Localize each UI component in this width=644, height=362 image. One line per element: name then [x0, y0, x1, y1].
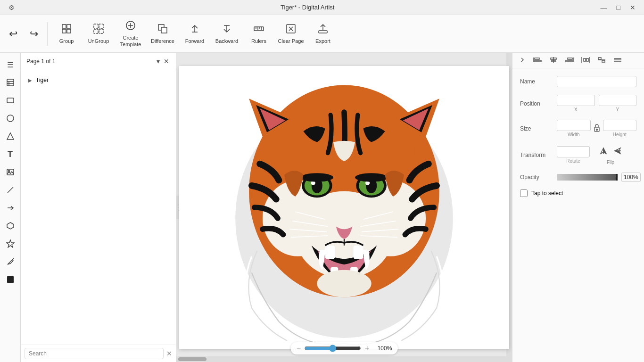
tab-distribute-v[interactable] [594, 55, 609, 66]
svg-rect-76 [535, 58, 539, 59]
size-group: Width Height [557, 120, 636, 137]
redo-button[interactable]: ↪ [25, 18, 43, 50]
circle-tool[interactable] [2, 110, 18, 126]
group-button[interactable]: Group [51, 18, 82, 50]
svg-rect-7 [99, 29, 103, 33]
tab-align-right[interactable] [562, 55, 577, 66]
layer-item-label: Tiger [36, 77, 49, 83]
rotate-input[interactable] [557, 146, 590, 157]
clear-page-button[interactable]: Clear Page [276, 18, 306, 50]
export-label: Export [315, 38, 330, 44]
y-input[interactable] [599, 95, 637, 106]
text-tool[interactable]: T [2, 146, 18, 162]
svg-rect-0 [62, 25, 66, 28]
close-button[interactable]: ✕ [627, 3, 638, 12]
tap-to-select-checkbox[interactable] [520, 189, 528, 197]
forward-label: Forward [185, 38, 204, 44]
opacity-label: Opacity [520, 174, 553, 181]
arrow-tool[interactable] [2, 200, 18, 216]
svg-rect-24 [7, 79, 14, 86]
tab-expand[interactable] [516, 55, 528, 66]
layer-list: ▶ Tiger [21, 70, 176, 345]
tab-align-center[interactable] [546, 55, 561, 66]
fill-tool[interactable] [2, 272, 18, 288]
difference-button[interactable]: Difference [148, 18, 178, 50]
tab-more[interactable] [611, 55, 625, 66]
name-input[interactable] [557, 76, 636, 87]
ungroup-label: UnGroup [88, 38, 109, 44]
opacity-group: 100% [557, 173, 641, 182]
ungroup-button[interactable]: UnGroup [83, 18, 114, 50]
search-input[interactable] [25, 348, 164, 359]
layers-button[interactable] [2, 74, 18, 90]
x-input[interactable] [557, 95, 595, 106]
zoom-slider[interactable] [305, 345, 361, 352]
tools-sidebar: ☰ T [0, 53, 21, 362]
lock-aspect-button[interactable] [594, 123, 600, 133]
tab-align-left[interactable] [530, 55, 545, 66]
svg-rect-2 [62, 29, 66, 33]
star-tool[interactable] [2, 236, 18, 252]
svg-line-37 [12, 258, 14, 260]
polygon-tool[interactable] [2, 218, 18, 234]
tab-distribute-h[interactable] [578, 55, 593, 66]
scrollbar-thumb[interactable] [178, 357, 206, 361]
maximize-button[interactable]: □ [614, 3, 623, 12]
zoom-controls: − + 100% [291, 342, 398, 354]
layer-expand-icon: ▶ [28, 78, 32, 83]
position-group: X Y [557, 95, 636, 112]
svg-rect-82 [568, 58, 572, 59]
svg-rect-31 [7, 169, 14, 175]
tap-to-select-row: Tap to select [520, 189, 636, 197]
height-wrap: Height [603, 120, 637, 137]
svg-rect-87 [586, 58, 588, 61]
undo-button[interactable]: ↩ [4, 18, 23, 50]
clear-page-label: Clear Page [278, 38, 304, 44]
layer-header-close-button[interactable]: ✕ [163, 57, 170, 66]
rulers-button[interactable]: Rulers [244, 18, 274, 50]
group-icon [61, 23, 72, 36]
svg-marker-35 [7, 222, 14, 229]
forward-button[interactable]: Forward [180, 18, 210, 50]
svg-rect-1 [67, 25, 71, 28]
layer-header-down-button[interactable]: ▾ [156, 57, 161, 66]
zoom-out-button[interactable]: − [297, 344, 301, 353]
minimize-button[interactable]: — [598, 3, 610, 12]
svg-rect-12 [161, 27, 167, 33]
width-input[interactable] [557, 120, 591, 131]
svg-line-33 [8, 187, 13, 193]
flip-h-button[interactable] [597, 145, 610, 159]
height-label: Height [613, 132, 627, 137]
flip-v-button[interactable] [611, 145, 624, 159]
svg-point-54 [355, 173, 388, 181]
image-tool[interactable] [2, 164, 18, 180]
horizontal-scrollbar[interactable] [176, 356, 506, 362]
opacity-slider[interactable] [557, 174, 618, 181]
svg-rect-89 [598, 58, 601, 59]
backward-button[interactable]: Backward [212, 18, 242, 50]
line-tool[interactable] [2, 182, 18, 198]
search-clear-button[interactable]: ✕ [166, 350, 172, 357]
hamburger-button[interactable]: ☰ [2, 57, 18, 73]
list-item[interactable]: ▶ Tiger [25, 74, 172, 86]
settings-button[interactable]: ⚙ [6, 3, 17, 12]
svg-rect-90 [602, 60, 605, 62]
rectangle-tool[interactable] [2, 92, 18, 108]
position-label: Position [520, 100, 553, 107]
export-button[interactable]: Export [308, 18, 338, 50]
create-template-button[interactable]: CreateTemplate [116, 18, 146, 50]
x-input-wrap [557, 95, 595, 106]
svg-point-95 [596, 129, 597, 131]
panel-content: Name Position X [512, 68, 644, 362]
svg-marker-36 [7, 240, 14, 247]
height-input[interactable] [603, 120, 637, 131]
svg-marker-99 [615, 148, 620, 151]
svg-marker-97 [603, 148, 606, 154]
triangle-tool[interactable] [2, 128, 18, 144]
canvas[interactable] [179, 66, 509, 349]
svg-rect-38 [7, 276, 14, 283]
svg-marker-30 [7, 133, 14, 140]
zoom-in-button[interactable]: + [365, 344, 369, 353]
pen-tool[interactable] [2, 254, 18, 270]
export-icon [317, 23, 329, 36]
